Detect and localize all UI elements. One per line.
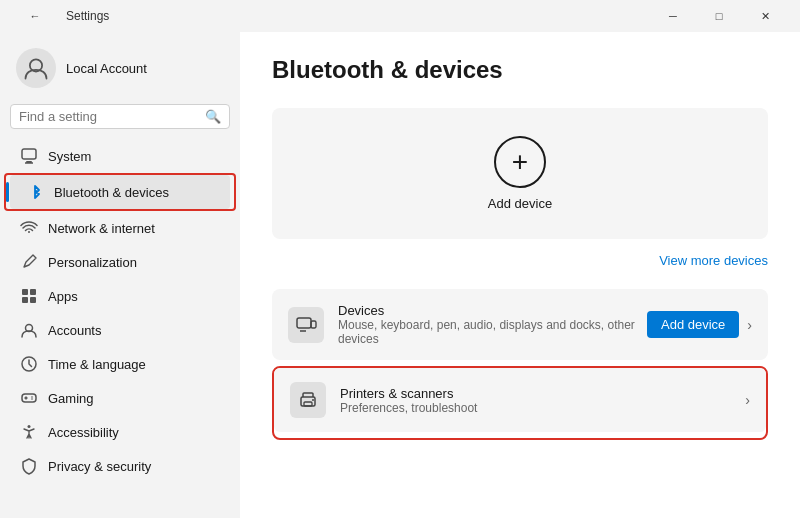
svg-rect-20: [304, 402, 312, 406]
view-more-section: View more devices: [272, 251, 768, 269]
close-button[interactable]: ✕: [742, 0, 788, 32]
system-icon: [20, 147, 38, 165]
devices-row-subtitle: Mouse, keyboard, pen, audio, displays an…: [338, 318, 647, 346]
sidebar-item-privacy-label: Privacy & security: [48, 459, 151, 474]
printers-row-icon: [290, 382, 326, 418]
printers-row-title: Printers & scanners: [340, 386, 745, 401]
privacy-icon: [20, 457, 38, 475]
devices-row-title: Devices: [338, 303, 647, 318]
sidebar-item-network[interactable]: Network & internet: [4, 211, 236, 245]
printers-row-action: ›: [745, 392, 750, 408]
sidebar-item-gaming[interactable]: Gaming: [4, 381, 236, 415]
sidebar-item-gaming-label: Gaming: [48, 391, 94, 406]
minimize-button[interactable]: ─: [650, 0, 696, 32]
svg-point-21: [312, 399, 314, 401]
printers-row-text: Printers & scanners Preferences, trouble…: [340, 386, 745, 415]
add-device-plus-icon: +: [494, 136, 546, 188]
svg-rect-4: [22, 289, 28, 295]
search-box[interactable]: 🔍: [10, 104, 230, 129]
svg-point-13: [31, 396, 33, 398]
avatar: [16, 48, 56, 88]
sidebar-item-accessibility[interactable]: Accessibility: [4, 415, 236, 449]
svg-rect-5: [30, 289, 36, 295]
sidebar-item-accessibility-label: Accessibility: [48, 425, 119, 440]
printers-row-subtitle: Preferences, troubleshoot: [340, 401, 745, 415]
devices-row-chevron: ›: [747, 317, 752, 333]
titlebar-controls: ─ □ ✕: [650, 0, 788, 32]
sidebar-item-apps-label: Apps: [48, 289, 78, 304]
sidebar-item-privacy[interactable]: Privacy & security: [4, 449, 236, 483]
sidebar-item-network-label: Network & internet: [48, 221, 155, 236]
svg-rect-16: [297, 318, 311, 328]
bluetooth-icon: [26, 183, 44, 201]
sidebar-item-system[interactable]: System: [4, 139, 236, 173]
personalization-icon: [20, 253, 38, 271]
devices-row-icon: [288, 307, 324, 343]
svg-point-14: [31, 398, 33, 400]
titlebar: ← Settings ─ □ ✕: [0, 0, 800, 32]
svg-rect-7: [30, 297, 36, 303]
sidebar-item-personalization-label: Personalization: [48, 255, 137, 270]
sidebar-item-accounts[interactable]: Accounts: [4, 313, 236, 347]
user-section: Local Account: [0, 40, 240, 104]
svg-point-15: [28, 425, 31, 428]
titlebar-title: Settings: [66, 9, 109, 23]
sidebar-item-apps[interactable]: Apps: [4, 279, 236, 313]
sidebar-item-bluetooth-label: Bluetooth & devices: [54, 185, 169, 200]
devices-row-action: Add device ›: [647, 311, 752, 338]
network-icon: [20, 219, 38, 237]
bluetooth-highlight-border: Bluetooth & devices: [4, 173, 236, 211]
back-button[interactable]: ←: [12, 0, 58, 32]
devices-row-text: Devices Mouse, keyboard, pen, audio, dis…: [338, 303, 647, 346]
sidebar-item-time[interactable]: Time & language: [4, 347, 236, 381]
add-device-card[interactable]: + Add device: [272, 108, 768, 239]
svg-rect-10: [22, 394, 36, 402]
devices-row[interactable]: Devices Mouse, keyboard, pen, audio, dis…: [272, 289, 768, 360]
svg-rect-6: [22, 297, 28, 303]
accounts-icon: [20, 321, 38, 339]
gaming-icon: [20, 389, 38, 407]
sidebar-item-personalization[interactable]: Personalization: [4, 245, 236, 279]
time-icon: [20, 355, 38, 373]
svg-rect-1: [22, 149, 36, 159]
sidebar-item-system-label: System: [48, 149, 91, 164]
sidebar-item-time-label: Time & language: [48, 357, 146, 372]
view-more-devices-link[interactable]: View more devices: [659, 253, 768, 268]
maximize-button[interactable]: □: [696, 0, 742, 32]
printers-row[interactable]: Printers & scanners Preferences, trouble…: [274, 368, 766, 432]
titlebar-left: ← Settings: [12, 0, 109, 32]
printers-highlight-border: Printers & scanners Preferences, trouble…: [272, 366, 768, 440]
sidebar-item-bluetooth[interactable]: Bluetooth & devices: [10, 175, 230, 209]
main-content: Bluetooth & devices + Add device View mo…: [240, 32, 800, 518]
page-title: Bluetooth & devices: [272, 56, 768, 84]
accessibility-icon: [20, 423, 38, 441]
printers-row-chevron: ›: [745, 392, 750, 408]
add-device-label: Add device: [488, 196, 552, 211]
sidebar: Local Account 🔍 System Bluetooth & devic…: [0, 32, 240, 518]
search-icon: 🔍: [205, 109, 221, 124]
devices-add-device-button[interactable]: Add device: [647, 311, 739, 338]
sidebar-item-accounts-label: Accounts: [48, 323, 101, 338]
apps-icon: [20, 287, 38, 305]
user-name: Local Account: [66, 61, 147, 76]
app-body: Local Account 🔍 System Bluetooth & devic…: [0, 32, 800, 518]
search-input[interactable]: [19, 109, 205, 124]
